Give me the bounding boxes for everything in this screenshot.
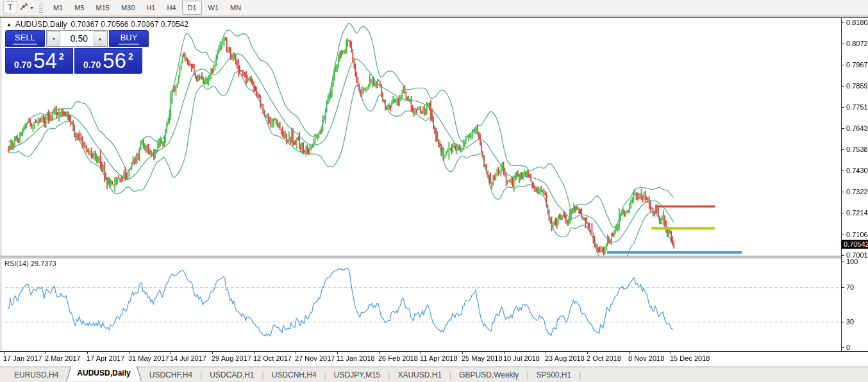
tab-eurusd-h4[interactable]: EURUSD,H4 bbox=[6, 369, 66, 381]
time-axis-tick bbox=[212, 352, 213, 354]
time-axis-label: 27 Nov 2017 bbox=[295, 354, 335, 362]
price-axis-label: 0.77510 bbox=[846, 103, 868, 111]
price-axis-tick bbox=[842, 65, 844, 65]
buy-price-display[interactable]: 0.70 56 2 bbox=[74, 48, 142, 74]
price-axis-tick bbox=[842, 86, 844, 87]
time-axis-label: 26 Feb 2018 bbox=[378, 354, 418, 362]
time-axis-label: 14 Jul 2017 bbox=[170, 354, 206, 362]
price-axis-tick bbox=[842, 192, 844, 192]
toolbar-separator bbox=[39, 3, 43, 13]
chart-tab-bar: EURUSD,H4AUDUSD,DailyUSDCHF,H4|USDCAD,H1… bbox=[0, 367, 868, 382]
volume-input[interactable] bbox=[61, 31, 93, 46]
tab-usdjpy-m15[interactable]: USDJPY,M15 bbox=[326, 369, 388, 381]
timeframe-button-m5[interactable]: M5 bbox=[69, 1, 89, 15]
timeframe-button-mn[interactable]: MN bbox=[225, 1, 246, 15]
price-axis-tick bbox=[842, 44, 844, 44]
timeframe-button-m1[interactable]: M1 bbox=[48, 1, 68, 15]
tab-gbpusd-weekly[interactable]: GBPUSD,Weekly bbox=[451, 369, 526, 381]
tab-usdcnh-h4[interactable]: USDCNH,H4 bbox=[264, 369, 324, 381]
price-axis-tick bbox=[842, 255, 844, 256]
price-axis-label: 0.73220 bbox=[846, 188, 868, 195]
time-axis-label: 29 Aug 2017 bbox=[212, 354, 251, 362]
price-axis-tick bbox=[842, 235, 844, 235]
timeframe-button-h1[interactable]: H1 bbox=[141, 1, 160, 15]
time-axis-label: 11 Apr 2018 bbox=[420, 354, 458, 362]
rsi-axis-tick bbox=[842, 347, 844, 348]
sell-price-pipette: 2 bbox=[59, 51, 64, 62]
rsi-axis-label: 0 bbox=[846, 344, 850, 351]
mt4-window: T ▼ M1M5M15M30H1H4D1W1MN ▲ AUDUSD,Daily … bbox=[0, 0, 868, 382]
tab-separator: | bbox=[579, 370, 581, 379]
time-axis-tick bbox=[171, 352, 171, 354]
time-axis-tick bbox=[587, 352, 588, 354]
buy-price-prefix: 0.70 bbox=[83, 60, 101, 70]
pane-splitter[interactable] bbox=[0, 256, 841, 258]
buy-button-label: BUY bbox=[119, 33, 140, 45]
rsi-axis-tick bbox=[842, 287, 844, 288]
price-axis-tick bbox=[842, 22, 844, 23]
volume-decrease-button[interactable]: ▼ bbox=[47, 31, 60, 46]
time-axis-label: 23 Aug 2018 bbox=[545, 354, 585, 362]
time-axis-tick bbox=[379, 352, 380, 354]
tab-audusd-daily[interactable]: AUDUSD,Daily bbox=[66, 366, 141, 381]
chart-ohlc-values: 0.70367 0.70566 0.70367 0.70542 bbox=[71, 20, 189, 29]
time-axis-label: 15 Dec 2018 bbox=[670, 354, 710, 362]
time-axis-tick bbox=[462, 352, 463, 354]
timeframe-group: M1M5M15M30H1H4D1W1MN bbox=[47, 1, 247, 15]
time-axis-tick bbox=[546, 352, 546, 354]
top-toolbar: T ▼ M1M5M15M30H1H4D1W1MN bbox=[0, 0, 868, 16]
price-axis-label: 0.70010 bbox=[846, 251, 868, 259]
sell-button-label: SELL bbox=[13, 33, 37, 45]
time-axis-label: 31 May 2017 bbox=[128, 354, 169, 362]
rsi-axis-label: 30 bbox=[846, 318, 854, 326]
rsi-axis-label: 100 bbox=[846, 258, 858, 265]
volume-increase-button[interactable]: ▲ bbox=[94, 31, 106, 46]
time-axis-label: 25 May 2018 bbox=[462, 354, 503, 362]
time-axis-label: 17 Jan 2017 bbox=[3, 354, 42, 362]
objects-arrows-button[interactable]: ▼ bbox=[19, 1, 35, 14]
buy-price-pips: 56 bbox=[103, 49, 126, 72]
collapse-panel-icon[interactable]: ▲ bbox=[6, 22, 12, 28]
price-axis-tick bbox=[842, 107, 844, 108]
timeframe-button-w1[interactable]: W1 bbox=[203, 1, 224, 15]
rsi-axis-tick bbox=[842, 322, 844, 322]
price-axis-label: 0.78590 bbox=[846, 82, 868, 90]
time-axis-label: 17 Apr 2017 bbox=[87, 354, 124, 362]
sell-button[interactable]: SELL bbox=[5, 30, 45, 47]
time-axis-label: 2 Mar 2017 bbox=[45, 354, 81, 362]
rsi-chart-canvas[interactable] bbox=[1, 258, 841, 351]
tab-usdcad-h1[interactable]: USDCAD,H1 bbox=[202, 369, 262, 381]
chart-header: ▲ AUDUSD,Daily 0.70367 0.70566 0.70367 0… bbox=[6, 20, 188, 29]
chart-symbol-period: AUDUSD,Daily bbox=[15, 20, 67, 29]
time-axis-label: 11 Jan 2018 bbox=[337, 354, 375, 362]
timeframe-button-m15[interactable]: M15 bbox=[91, 1, 115, 15]
price-axis-label: 0.80720 bbox=[846, 40, 868, 47]
price-axis-label: 0.72140 bbox=[846, 209, 868, 217]
buy-price-pipette: 2 bbox=[128, 51, 133, 62]
time-axis-label: 8 Nov 2018 bbox=[628, 354, 664, 362]
tab-usdchf-h4[interactable]: USDCHF,H4 bbox=[142, 369, 200, 381]
text-tool-button[interactable]: T bbox=[3, 1, 17, 14]
time-axis-tick bbox=[4, 352, 4, 354]
price-axis-tick bbox=[842, 170, 844, 171]
price-axis-label: 0.79670 bbox=[846, 61, 868, 69]
time-axis-tick bbox=[629, 352, 630, 354]
time-axis-tick bbox=[254, 352, 255, 354]
price-axis-label: 0.71060 bbox=[846, 231, 868, 238]
tab-xauusd-h1[interactable]: XAUUSD,H1 bbox=[390, 369, 449, 381]
price-axis-tick bbox=[842, 128, 844, 129]
objects-arrows-icon bbox=[19, 3, 28, 13]
timeframe-button-d1[interactable]: D1 bbox=[182, 1, 201, 15]
rsi-indicator-label: RSI(14) 29.7373 bbox=[4, 260, 56, 267]
price-axis-tick bbox=[842, 149, 844, 150]
sell-price-display[interactable]: 0.70 54 2 bbox=[5, 48, 73, 74]
buy-button[interactable]: BUY bbox=[109, 30, 149, 47]
time-axis-tick bbox=[504, 352, 505, 354]
timeframe-button-h4[interactable]: H4 bbox=[162, 1, 181, 15]
tab-sp500-h1[interactable]: SP500,H1 bbox=[529, 369, 580, 381]
time-axis-tick bbox=[421, 352, 421, 354]
rsi-axis-label: 70 bbox=[846, 283, 854, 291]
price-axis-label: 0.75380 bbox=[846, 145, 868, 153]
timeframe-button-m30[interactable]: M30 bbox=[116, 1, 140, 15]
time-axis-tick bbox=[129, 352, 129, 354]
